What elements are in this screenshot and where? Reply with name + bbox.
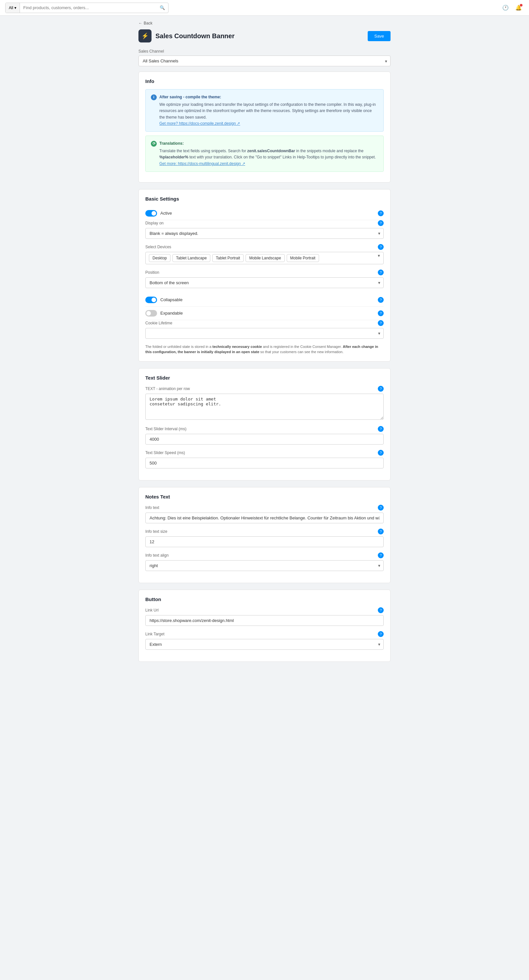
collapsable-help-icon[interactable]: ? [378, 297, 384, 303]
device-tags: Desktop Tablet Landscape Tablet Portrait… [149, 254, 319, 262]
info-text-size-label: Info text size [145, 529, 167, 534]
text-slider-interval-label-row: Text Slider Interval (ms) ? [145, 426, 384, 432]
basic-settings-card: Basic Settings Active ? Display on ? Bla… [138, 189, 391, 362]
info-text-size-help-icon[interactable]: ? [378, 528, 384, 535]
text-animation-textarea[interactable]: Lorem ipsum dolor sit amet consetetur sa… [145, 394, 384, 420]
text-slider-interval-help-icon[interactable]: ? [378, 426, 384, 432]
expandable-toggle-group: Expandable [145, 310, 183, 317]
bell-icon[interactable]: 🔔 [513, 3, 524, 13]
text-animation-label-row: TEXT - animation per row ? [145, 386, 384, 392]
position-help-icon[interactable]: ? [378, 269, 384, 275]
info-box-green: ⟳ Translations: Translate the text field… [145, 135, 384, 172]
link-target-help-icon[interactable]: ? [378, 631, 384, 637]
info-text-align-select[interactable]: right left center [145, 560, 384, 571]
display-on-label-row: Display on ? [145, 220, 384, 226]
device-tag-desktop[interactable]: Desktop [149, 254, 170, 262]
info-text-size-input[interactable] [145, 536, 384, 547]
position-label-row: Position ? [145, 269, 384, 275]
button-card: Button Link Url ? Link Target ? Extern I… [138, 590, 391, 662]
position-select[interactable]: Bottom of the screen [145, 277, 384, 288]
info-box-green-content: Translations: Translate the text fields … [159, 140, 378, 167]
info-card: Info i After saving - compile the theme:… [138, 72, 391, 183]
info-box-blue-content: After saving - compile the theme: We opt… [159, 94, 378, 127]
text-animation-row: TEXT - animation per row ? Lorem ipsum d… [145, 386, 384, 421]
text-slider-title: Text Slider [145, 375, 384, 380]
search-filter-button[interactable]: All ▾ [6, 3, 20, 13]
link-url-row: Link Url ? [145, 607, 384, 626]
info-text-size-label-row: Info text size ? [145, 528, 384, 535]
search-input[interactable] [20, 5, 156, 10]
text-slider-interval-input[interactable] [145, 434, 384, 445]
link-url-input[interactable] [145, 615, 384, 626]
select-devices-label-row: Select Devices ? [145, 244, 384, 250]
select-devices-label: Select Devices [145, 245, 171, 249]
expandable-help-icon[interactable]: ? [378, 310, 384, 316]
collapsable-toggle[interactable] [145, 297, 157, 303]
info-card-title: Info [145, 78, 384, 84]
text-animation-help-icon[interactable]: ? [378, 386, 384, 392]
info-box-green-link[interactable]: Get more: https://docs-multilingual.zeni… [159, 161, 245, 166]
active-toggle[interactable] [145, 210, 157, 216]
search-filter-label: All [9, 6, 13, 10]
clock-icon[interactable]: 🕐 [500, 3, 511, 13]
text-slider-speed-input[interactable] [145, 458, 384, 468]
active-toggle-label: Active [160, 211, 172, 216]
display-on-row: Display on ? Blank = always displayed. ▾ [145, 220, 384, 239]
link-url-help-icon[interactable]: ? [378, 607, 384, 613]
button-card-title: Button [145, 597, 384, 602]
position-select-wrapper: Bottom of the screen ▾ [145, 277, 384, 288]
search-group[interactable]: All ▾ 🔍 [5, 3, 168, 13]
info-box-green-header: ⟳ Translations: Translate the text field… [151, 140, 378, 167]
cookie-lifetime-select[interactable] [145, 328, 384, 339]
cookie-lifetime-help-icon[interactable]: ? [378, 320, 384, 326]
select-devices-help-icon[interactable]: ? [378, 244, 384, 250]
info-text-input[interactable] [145, 512, 384, 523]
info-box-blue-link[interactable]: Get more? https://docs-compile.zenit.des… [159, 121, 240, 126]
device-tags-arrow-icon: ▾ [378, 253, 380, 258]
save-button[interactable]: Save [368, 31, 391, 41]
display-on-help-icon[interactable]: ? [378, 220, 384, 226]
link-target-select[interactable]: Extern Intern [145, 639, 384, 650]
link-target-row: Link Target ? Extern Intern ▾ [145, 631, 384, 650]
device-tag-mobile-portrait[interactable]: Mobile Portrait [287, 254, 319, 262]
navbar: All ▾ 🔍 🕐 🔔 [0, 0, 529, 16]
expandable-toggle-thumb [146, 311, 151, 315]
expandable-toggle-row: Expandable ? [145, 307, 384, 320]
cookie-lifetime-label-row: Cookie Lifetime ? [145, 320, 384, 326]
active-help-icon[interactable]: ? [378, 210, 384, 216]
device-tag-tablet-portrait[interactable]: Tablet Portrait [212, 254, 244, 262]
back-link[interactable]: ← Back [138, 21, 391, 25]
link-target-label: Link Target [145, 632, 164, 636]
text-slider-speed-help-icon[interactable]: ? [378, 450, 384, 456]
info-text-help-icon[interactable]: ? [378, 505, 384, 511]
sales-channel-select[interactable]: All Sales Channels [138, 56, 391, 66]
page-header-left: ⚡ Sales Countdown Banner [138, 29, 235, 43]
page-title: Sales Countdown Banner [156, 32, 235, 40]
display-on-label: Display on [145, 221, 164, 225]
info-text-size-row: Info text size ? [145, 528, 384, 547]
plugin-icon: ⚡ [138, 29, 151, 43]
display-on-select[interactable]: Blank = always displayed. [145, 228, 384, 239]
link-target-label-row: Link Target ? [145, 631, 384, 637]
page-wrapper: ← Back ⚡ Sales Countdown Banner Save Sal… [130, 16, 399, 681]
info-box-green-body: Translate the text fields using snippets… [159, 148, 378, 167]
text-slider-interval-label: Text Slider Interval (ms) [145, 426, 186, 431]
info-text-align-label: Info text align [145, 553, 168, 558]
notification-badge [520, 4, 523, 6]
device-tag-tablet-landscape[interactable]: Tablet Landscape [172, 254, 210, 262]
info-text-align-label-row: Info text align ? [145, 552, 384, 558]
info-text-align-select-wrapper: right left center ▾ [145, 560, 384, 571]
display-on-select-wrapper: Blank = always displayed. ▾ [145, 228, 384, 239]
select-devices-row: Select Devices ? Desktop Tablet Landscap… [145, 244, 384, 264]
chevron-down-icon: ▾ [14, 6, 16, 10]
collapsable-toggle-row: Collapsable ? [145, 293, 384, 307]
info-text-align-help-icon[interactable]: ? [378, 552, 384, 558]
expandable-toggle[interactable] [145, 310, 157, 317]
notes-text-card: Notes Text Info text ? Info text size ? … [138, 487, 391, 583]
device-tag-mobile-landscape[interactable]: Mobile Landscape [246, 254, 284, 262]
info-box-green-title: Translations: [159, 140, 378, 147]
basic-settings-title: Basic Settings [145, 196, 384, 202]
text-slider-speed-row: Text Slider Speed (ms) ? [145, 450, 384, 468]
cookie-lifetime-row: Cookie Lifetime ? ▾ [145, 320, 384, 339]
sales-channel-section: Sales Channel All Sales Channels ▾ [138, 49, 391, 66]
